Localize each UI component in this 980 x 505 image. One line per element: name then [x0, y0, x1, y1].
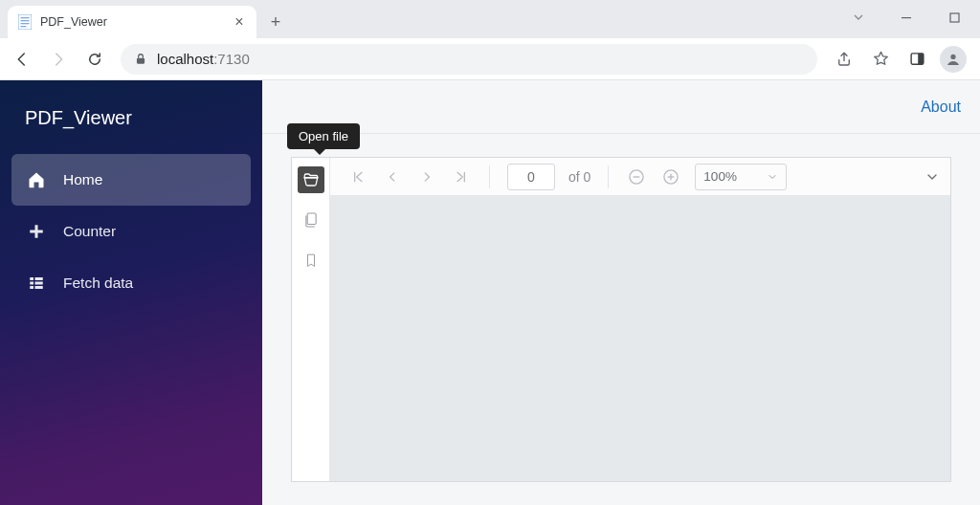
side-panel-icon[interactable]: [900, 43, 934, 76]
sidebar-item-counter[interactable]: Counter: [11, 206, 251, 257]
plus-icon: [27, 222, 46, 241]
profile-avatar[interactable]: [936, 43, 970, 76]
svg-rect-6: [950, 13, 959, 22]
tab-close-icon[interactable]: ×: [232, 14, 247, 30]
window-minimize-icon[interactable]: [884, 6, 928, 29]
svg-rect-9: [918, 54, 924, 64]
window-dropdown-icon[interactable]: [836, 6, 880, 29]
toolbar-expand-icon[interactable]: [922, 166, 943, 187]
pdf-side-tools: [292, 158, 330, 481]
open-file-tooltip: Open file: [287, 123, 360, 149]
svg-point-10: [950, 54, 955, 58]
sidebar-item-home[interactable]: Home: [11, 154, 251, 206]
lock-icon: [134, 53, 147, 66]
svg-rect-15: [30, 282, 33, 285]
toolbar-separator: [489, 165, 490, 188]
app-brand: PDF_Viewer: [0, 90, 262, 154]
address-bar[interactable]: localhost:7130: [121, 44, 817, 75]
zoom-in-button[interactable]: [660, 166, 681, 187]
sidebar-item-fetch-data[interactable]: Fetch data: [11, 257, 251, 309]
bookmark-panel-icon[interactable]: [298, 247, 324, 274]
url-text: localhost:7130: [157, 51, 250, 67]
svg-rect-0: [18, 14, 32, 30]
home-icon: [27, 170, 46, 189]
svg-rect-19: [307, 213, 316, 225]
browser-chrome: PDF_Viewer × + localhost:7130: [0, 0, 980, 80]
zoom-select[interactable]: 100%: [695, 164, 787, 190]
page-number-input[interactable]: [507, 164, 555, 190]
list-icon: [27, 274, 46, 293]
sidebar: PDF_Viewer Home Counter Fetch data: [0, 80, 262, 505]
tab-favicon: [17, 14, 33, 30]
page-thumbnails-icon[interactable]: [298, 207, 324, 233]
pdf-toolbar: of 0 100%: [330, 158, 950, 196]
sidebar-item-label: Fetch data: [63, 274, 133, 292]
content-area: About: [262, 80, 980, 505]
window-controls: [836, 6, 976, 29]
content-topbar: About: [262, 80, 980, 134]
svg-rect-13: [30, 277, 33, 280]
pdf-viewer-wrap: of 0 100%: [262, 134, 980, 505]
window-maximize-icon[interactable]: [932, 6, 976, 29]
sidebar-nav: Home Counter Fetch data: [0, 154, 262, 309]
svg-rect-21: [634, 176, 640, 177]
sidebar-item-label: Counter: [63, 223, 116, 240]
svg-rect-16: [35, 282, 43, 285]
about-link[interactable]: About: [921, 99, 961, 116]
svg-rect-7: [137, 57, 145, 63]
pdf-canvas[interactable]: [330, 196, 950, 481]
open-file-button[interactable]: [298, 166, 324, 193]
svg-rect-12: [30, 231, 43, 233]
app: PDF_Viewer Home Counter Fetch data About: [0, 80, 980, 505]
zoom-out-button[interactable]: [626, 166, 647, 187]
svg-rect-17: [30, 286, 33, 289]
browser-right-icons: [827, 43, 974, 76]
back-button[interactable]: [6, 43, 38, 76]
toolbar-separator: [608, 165, 609, 188]
first-page-button[interactable]: [347, 166, 368, 187]
new-tab-button[interactable]: +: [262, 9, 289, 35]
svg-rect-4: [21, 26, 27, 27]
last-page-button[interactable]: [451, 166, 472, 187]
chevron-down-icon: [767, 171, 778, 183]
tab-strip: PDF_Viewer × +: [0, 0, 980, 38]
svg-rect-18: [35, 286, 43, 289]
tab-title: PDF_Viewer: [40, 15, 224, 29]
pdf-main-pane: of 0 100%: [330, 158, 950, 481]
pdf-viewer: of 0 100%: [291, 157, 951, 482]
svg-rect-14: [35, 277, 43, 280]
bookmark-star-icon[interactable]: [863, 43, 898, 76]
svg-rect-5: [902, 17, 911, 18]
svg-rect-24: [671, 173, 672, 180]
svg-rect-3: [21, 23, 30, 24]
browser-tab[interactable]: PDF_Viewer ×: [8, 6, 256, 38]
next-page-button[interactable]: [416, 166, 437, 187]
forward-button[interactable]: [42, 43, 75, 76]
reload-button[interactable]: [78, 43, 111, 76]
share-icon[interactable]: [827, 43, 861, 76]
prev-page-button[interactable]: [382, 166, 403, 187]
svg-rect-1: [21, 17, 30, 18]
sidebar-item-label: Home: [63, 171, 102, 188]
page-of-label: of 0: [568, 169, 590, 185]
svg-rect-2: [21, 20, 30, 21]
zoom-value: 100%: [703, 169, 737, 184]
browser-nav-row: localhost:7130: [0, 38, 980, 80]
